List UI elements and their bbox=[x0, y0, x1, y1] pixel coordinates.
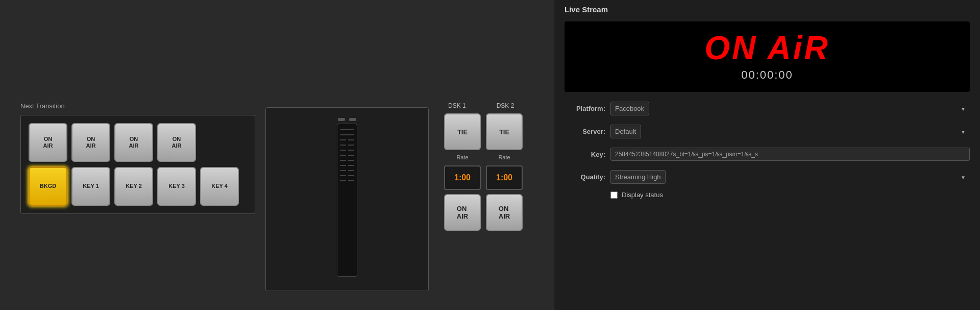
bkgd-button[interactable]: BKGD bbox=[29, 167, 67, 206]
quality-row: Quality: Streaming High bbox=[565, 168, 970, 186]
dsk-on-air-row: ONAIR ONAIR bbox=[444, 194, 546, 231]
dsk1-on-air-button[interactable]: ONAIR bbox=[444, 194, 481, 231]
next-transition-section: Next Transition ONAIR ONAIR ONAIR ONAIR … bbox=[20, 102, 255, 214]
platform-select-wrapper: Facebook bbox=[610, 102, 970, 115]
key-row: Key: bbox=[565, 146, 970, 163]
on-air-btn-2[interactable]: ONAIR bbox=[71, 123, 110, 162]
on-air-timer: 00:00:00 bbox=[575, 68, 960, 82]
tie-button-row: TIE TIE bbox=[444, 113, 546, 150]
dsk2-tie-button[interactable]: TIE bbox=[486, 113, 523, 150]
dsk2-rate-label: Rate bbox=[486, 154, 523, 160]
key-button-row: BKGD KEY 1 KEY 2 KEY 3 KEY 4 bbox=[29, 167, 247, 206]
fader-track[interactable] bbox=[337, 124, 357, 277]
key-input[interactable] bbox=[610, 148, 970, 161]
dsk-section: DSK 1 DSK 2 TIE TIE Rate Rate 1:00 1:00 … bbox=[444, 102, 546, 231]
next-transition-label: Next Transition bbox=[20, 102, 255, 110]
server-select[interactable]: Default bbox=[610, 125, 641, 138]
on-air-button-row: ONAIR ONAIR ONAIR ONAIR bbox=[29, 123, 247, 162]
right-panel: Live Stream ON AiR 00:00:00 Platform: Fa… bbox=[554, 0, 980, 310]
platform-label: Platform: bbox=[565, 105, 605, 112]
server-select-wrapper: Default bbox=[610, 125, 970, 138]
dsk-header: DSK 1 DSK 2 bbox=[444, 102, 546, 109]
dsk1-rate-value[interactable]: 1:00 bbox=[444, 165, 481, 190]
key1-button[interactable]: KEY 1 bbox=[71, 167, 110, 206]
dsk-grid: TIE TIE Rate Rate 1:00 1:00 ONAIR ONAIR bbox=[444, 113, 546, 231]
on-air-btn-3[interactable]: ONAIR bbox=[114, 123, 153, 162]
dsk1-tie-button[interactable]: TIE bbox=[444, 113, 481, 150]
platform-select[interactable]: Facebook bbox=[610, 102, 649, 115]
fader-section bbox=[265, 107, 429, 291]
rate-value-row: 1:00 1:00 bbox=[444, 165, 546, 190]
on-air-btn-1[interactable]: ONAIR bbox=[29, 123, 67, 162]
dsk2-on-air-button[interactable]: ONAIR bbox=[486, 194, 523, 231]
display-status-label: Display status bbox=[622, 191, 663, 199]
key-label: Key: bbox=[565, 151, 605, 158]
transition-button-grid: ONAIR ONAIR ONAIR ONAIR BKGD KEY 1 KEY 2… bbox=[20, 115, 255, 214]
rate-label-row: Rate Rate bbox=[444, 154, 546, 160]
display-status-checkbox[interactable] bbox=[610, 192, 618, 199]
on-air-text: ON AiR bbox=[575, 32, 960, 64]
quality-select-wrapper: Streaming High bbox=[610, 170, 970, 184]
key4-button[interactable]: KEY 4 bbox=[200, 167, 239, 206]
on-air-display: ON AiR 00:00:00 bbox=[565, 21, 970, 92]
dsk1-label: DSK 1 bbox=[448, 102, 466, 109]
on-air-btn-4[interactable]: ONAIR bbox=[157, 123, 196, 162]
left-panel: Next Transition ONAIR ONAIR ONAIR ONAIR … bbox=[0, 0, 554, 310]
dsk1-rate-label: Rate bbox=[444, 154, 481, 160]
key3-button[interactable]: KEY 3 bbox=[157, 167, 196, 206]
display-status-row: Display status bbox=[565, 191, 970, 199]
platform-row: Platform: Facebook bbox=[565, 100, 970, 117]
dsk2-rate-value[interactable]: 1:00 bbox=[486, 165, 523, 190]
server-row: Server: Default bbox=[565, 123, 970, 140]
quality-label: Quality: bbox=[565, 173, 605, 181]
dsk2-label: DSK 2 bbox=[497, 102, 514, 109]
panel-title: Live Stream bbox=[565, 5, 970, 14]
quality-select[interactable]: Streaming High bbox=[610, 170, 666, 184]
key2-button[interactable]: KEY 2 bbox=[114, 167, 153, 206]
server-label: Server: bbox=[565, 128, 605, 135]
